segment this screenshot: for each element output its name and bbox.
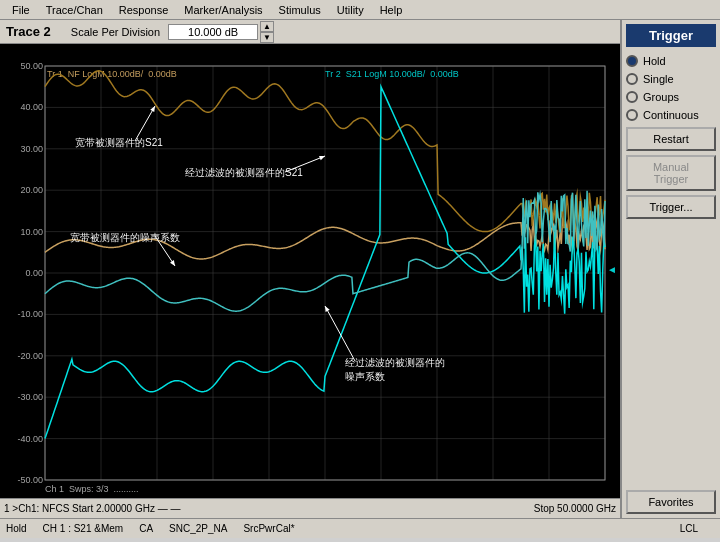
status-hold: Hold: [6, 523, 27, 534]
trigger-single-radio[interactable]: [626, 73, 638, 85]
trigger-dots-button[interactable]: Trigger...: [626, 195, 716, 219]
trigger-hold-option[interactable]: Hold: [626, 55, 716, 67]
trigger-divider: [626, 223, 716, 490]
menu-utility[interactable]: Utility: [329, 2, 372, 18]
menu-file[interactable]: File: [4, 2, 38, 18]
manual-trigger-button[interactable]: ManualTrigger: [626, 155, 716, 191]
trigger-hold-radio[interactable]: [626, 55, 638, 67]
trigger-hold-label: Hold: [643, 55, 666, 67]
trigger-continuous-radio[interactable]: [626, 109, 638, 121]
trace-title: Trace 2: [6, 24, 51, 39]
chart-canvas: [0, 44, 620, 498]
restart-button[interactable]: Restart: [626, 127, 716, 151]
bottom-left-text: 1 >Ch1: NFCS Start 2.00000 GHz — —: [4, 503, 534, 514]
scale-up-button[interactable]: ▲: [260, 21, 274, 32]
scale-down-button[interactable]: ▼: [260, 32, 274, 43]
main-area: Trace 2 Scale Per Division ▲ ▼ 1 >Ch1: N…: [0, 20, 720, 518]
status-ch1-label: CH 1 :: [43, 523, 71, 534]
trigger-groups-label: Groups: [643, 91, 679, 103]
trace-header: Trace 2 Scale Per Division ▲ ▼: [0, 20, 620, 44]
status-snc: SNC_2P_NA: [169, 523, 227, 534]
scale-value-input[interactable]: [168, 24, 258, 40]
menu-help[interactable]: Help: [372, 2, 411, 18]
menu-response[interactable]: Response: [111, 2, 177, 18]
bottom-bar: 1 >Ch1: NFCS Start 2.00000 GHz — — Stop …: [0, 498, 620, 518]
status-ch1: CH 1 : S21 &Mem: [43, 523, 124, 534]
favorites-button[interactable]: Favorites: [626, 490, 716, 514]
left-panel: Trace 2 Scale Per Division ▲ ▼ 1 >Ch1: N…: [0, 20, 620, 518]
chart-container: [0, 44, 620, 498]
menu-bar: File Trace/Chan Response Marker/Analysis…: [0, 0, 720, 20]
menu-trace-chan[interactable]: Trace/Chan: [38, 2, 111, 18]
trigger-continuous-option[interactable]: Continuous: [626, 109, 716, 121]
menu-stimulus[interactable]: Stimulus: [271, 2, 329, 18]
menu-marker-analysis[interactable]: Marker/Analysis: [176, 2, 270, 18]
scale-arrows: ▲ ▼: [260, 21, 274, 43]
status-lcl: LCL: [680, 523, 698, 534]
trigger-single-label: Single: [643, 73, 674, 85]
trigger-groups-option[interactable]: Groups: [626, 91, 716, 103]
bottom-right-text: Stop 50.0000 GHz: [534, 503, 616, 514]
status-bar: Hold CH 1 : S21 &Mem CA SNC_2P_NA SrcPwr…: [0, 518, 720, 538]
trigger-single-option[interactable]: Single: [626, 73, 716, 85]
trigger-groups-radio[interactable]: [626, 91, 638, 103]
status-src: SrcPwrCal*: [243, 523, 294, 534]
status-ca: CA: [139, 523, 153, 534]
status-ch1-val: S21 &Mem: [74, 523, 123, 534]
right-panel: Trigger Hold Single Groups Continuous Re…: [620, 20, 720, 518]
trigger-continuous-label: Continuous: [643, 109, 699, 121]
scale-label: Scale Per Division: [71, 26, 160, 38]
trigger-title: Trigger: [626, 24, 716, 47]
